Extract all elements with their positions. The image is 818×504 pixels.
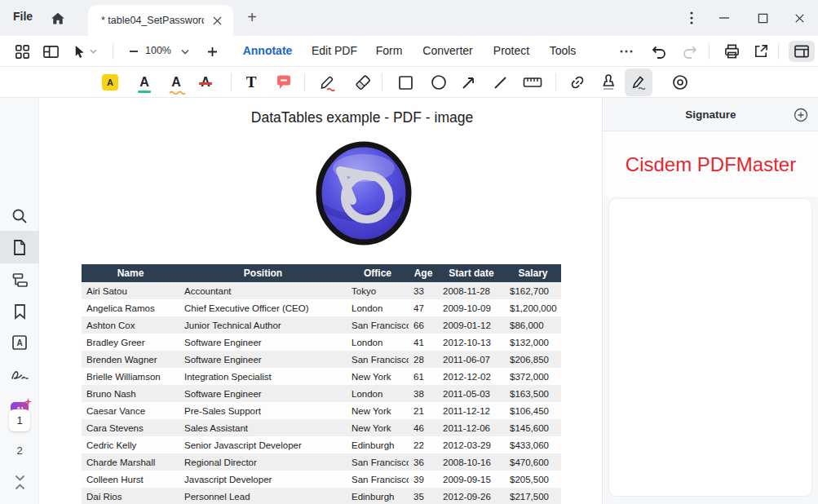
- table-cell: Pre-Sales Support: [179, 402, 347, 419]
- measure-tool-button[interactable]: [519, 69, 546, 96]
- maximize-icon: [757, 12, 769, 24]
- redo-button[interactable]: [679, 41, 701, 62]
- underline-tool-button[interactable]: A: [130, 69, 158, 96]
- table-cell: 2011-12-12: [438, 402, 505, 419]
- rectangle-tool-button[interactable]: [391, 69, 419, 96]
- tab-edit-pdf[interactable]: Edit PDF: [312, 44, 357, 57]
- highlight-tool-button[interactable]: A: [96, 69, 124, 96]
- table-cell: 28: [409, 351, 438, 368]
- zoom-dropdown-button[interactable]: [178, 41, 192, 62]
- page-number-2[interactable]: 2: [0, 444, 39, 457]
- table-cell: Junior Technical Author: [179, 316, 347, 334]
- table-row: Airi SatouAccountantTokyo332008-11-28$16…: [82, 282, 561, 299]
- table-cell: Tokyo: [347, 282, 409, 299]
- table-cell: $470,600: [505, 453, 561, 471]
- ellipse-tool-button[interactable]: [425, 69, 453, 96]
- table-cell: 21: [409, 402, 438, 419]
- zoom-out-button[interactable]: [122, 41, 145, 62]
- panel-layout-toggle-button[interactable]: [789, 41, 815, 62]
- arrow-tool-button[interactable]: [454, 69, 482, 96]
- rectangle-icon: [398, 75, 413, 91]
- zoom-in-button[interactable]: [201, 41, 223, 62]
- link-tool-button[interactable]: [564, 69, 591, 96]
- signature-tool-button[interactable]: [625, 69, 652, 96]
- table-cell: 36: [409, 453, 438, 471]
- comment-tool-button[interactable]: [270, 69, 298, 96]
- ellipsis-icon: [619, 49, 634, 54]
- table-row: Cedric KellySenior Javascript DeveloperE…: [82, 436, 561, 453]
- undo-button[interactable]: [648, 41, 670, 62]
- print-button[interactable]: [720, 41, 743, 62]
- line-tool-button[interactable]: [486, 69, 514, 96]
- table-cell: San Francisco: [347, 471, 409, 488]
- table-header-cell: Name: [82, 264, 179, 282]
- cursor-icon: [73, 44, 86, 59]
- table-cell: $205,500: [505, 471, 561, 488]
- add-signature-button[interactable]: [793, 107, 809, 123]
- table-cell: Cara Stevens: [82, 419, 179, 436]
- select-tool-button[interactable]: [69, 41, 101, 62]
- current-page-indicator[interactable]: 1: [9, 409, 30, 431]
- table-cell: 2011-12-06: [438, 419, 505, 436]
- stamp-tool-button[interactable]: [595, 69, 622, 96]
- table-cell: 41: [409, 334, 438, 351]
- visibility-tool-button[interactable]: [666, 69, 694, 96]
- comment-icon: [275, 74, 293, 91]
- tab-converter[interactable]: Converter: [422, 44, 472, 57]
- signature-panel-title: Signature: [603, 108, 818, 121]
- sidebar-item-annotations[interactable]: A: [0, 326, 39, 359]
- document-tab[interactable]: * table04_SetPassword...: [88, 5, 233, 36]
- zoom-level-select[interactable]: 100%: [145, 45, 171, 56]
- tab-tools[interactable]: Tools: [550, 44, 577, 57]
- table-row: Charde MarshallRegional DirectorSan Fran…: [82, 453, 561, 471]
- chevron-down-icon: [181, 49, 189, 55]
- sidebar-item-page-thumbnails[interactable]: [0, 231, 39, 263]
- thumbnail-grid-button[interactable]: [11, 41, 33, 62]
- minimize-button[interactable]: [712, 7, 736, 29]
- table-cell: Cedric Kelly: [82, 436, 179, 453]
- circle-icon: [431, 74, 447, 91]
- strikethrough-tool-button[interactable]: A: [192, 69, 219, 96]
- table-cell: Edinburgh: [347, 488, 409, 504]
- table-header-cell: Age: [409, 264, 438, 282]
- link-icon: [568, 73, 586, 91]
- pdf-table-body: Airi SatouAccountantTokyo332008-11-28$16…: [82, 282, 561, 504]
- tab-protect[interactable]: Protect: [493, 44, 529, 57]
- table-cell: San Francisco: [347, 351, 409, 368]
- table-cell: $162,700: [505, 282, 561, 299]
- table-cell: 46: [409, 419, 438, 436]
- new-tab-button[interactable]: +: [241, 7, 263, 28]
- more-options-button[interactable]: [615, 41, 638, 62]
- close-button[interactable]: [787, 7, 811, 29]
- sidebar-item-outline[interactable]: [0, 263, 39, 296]
- pencil-tool-button[interactable]: [313, 69, 341, 96]
- table-header-cell: Office: [347, 264, 409, 282]
- maximize-button[interactable]: [750, 7, 775, 29]
- squiggly-underline-tool-button[interactable]: A: [162, 69, 190, 96]
- tab-form[interactable]: Form: [376, 44, 403, 57]
- page-icon: [12, 239, 27, 256]
- pdf-viewer[interactable]: DataTables example - PDF - image: [39, 98, 602, 504]
- home-button[interactable]: [47, 8, 69, 29]
- table-cell: Senior Javascript Developer: [179, 436, 347, 453]
- table-header-row: NamePositionOfficeAgeStart dateSalary: [82, 264, 561, 282]
- share-button[interactable]: [749, 41, 772, 62]
- side-panel-button[interactable]: [39, 41, 62, 62]
- pdfmaster-window: File * table04_SetPassword... +: [0, 0, 818, 504]
- sidebar-item-signatures[interactable]: [0, 359, 39, 391]
- pencil-icon: [318, 73, 336, 91]
- tab-annotate[interactable]: Annotate: [243, 44, 293, 57]
- text-tool-button[interactable]: T: [237, 69, 265, 96]
- next-page-button[interactable]: [0, 469, 39, 487]
- table-row: Brielle WilliamsonIntegration Specialist…: [82, 368, 561, 385]
- tab-close-button[interactable]: [209, 12, 225, 29]
- eraser-tool-button[interactable]: [349, 69, 377, 96]
- arrow-icon: [461, 75, 476, 91]
- table-header-cell: Salary: [505, 264, 561, 282]
- sidebar-item-search[interactable]: [0, 200, 39, 232]
- table-cell: Javascript Developer: [179, 471, 347, 488]
- app-menu-button[interactable]: [679, 7, 704, 29]
- file-menu[interactable]: File: [13, 10, 33, 23]
- signature-list-item[interactable]: Cisdem PDFMaster: [603, 132, 818, 197]
- sidebar-item-bookmarks[interactable]: [0, 295, 39, 328]
